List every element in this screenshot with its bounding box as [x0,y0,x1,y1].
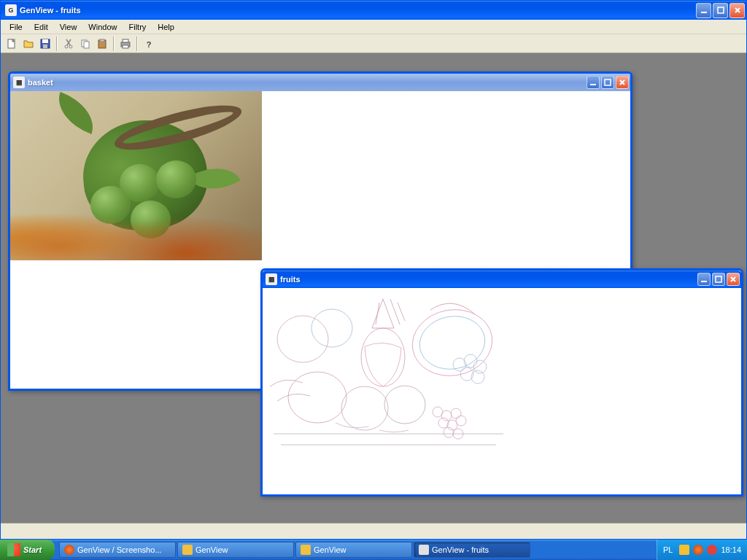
taskbar-items: GenView / Screensho... GenView GenView G… [55,540,657,560]
child-titlebar-basket[interactable]: ▦ basket [10,74,630,91]
svg-rect-17 [605,79,611,85]
taskbar: Start GenView / Screensho... GenView Gen… [0,540,747,560]
toolbar-separator [136,36,138,51]
svg-text:?: ? [147,40,152,49]
taskbar-item[interactable]: GenView [295,542,412,558]
taskbar-item-label: GenView [314,545,346,554]
svg-rect-18 [701,281,707,282]
mdi-client-area: ▦ basket [1,53,746,523]
child-maximize-button[interactable] [601,76,614,89]
app-icon: G [5,4,17,16]
copy-icon[interactable] [77,36,93,52]
system-tray: PL 18:14 [657,540,747,560]
svg-rect-5 [43,44,47,48]
document-icon: ▦ [13,77,25,88]
fruits-filtered-image [263,288,514,457]
document-icon: ▦ [266,273,277,285]
firefox-icon [64,545,74,555]
maximize-button[interactable] [713,3,728,18]
taskbar-item[interactable]: GenView [177,542,294,558]
child-title-fruits: fruits [280,275,697,284]
taskbar-item[interactable]: GenView - fruits [414,542,530,558]
toolbar: ? [1,34,746,53]
toolbar-separator [113,36,115,51]
open-file-icon[interactable] [20,36,36,52]
menu-edit[interactable]: Edit [28,21,54,33]
child-maximize-button[interactable] [712,273,725,286]
minimize-button[interactable] [696,3,711,18]
app-window: G GenView - fruits File Edit View Window… [0,0,747,540]
new-file-icon[interactable] [4,36,20,52]
child-window-fruits[interactable]: ▦ fruits [260,268,743,497]
folder-icon [182,545,193,555]
menubar: File Edit View Window Filtry Help [1,20,746,34]
svg-rect-9 [84,42,89,48]
app-icon [419,545,429,555]
folder-icon [301,545,311,555]
taskbar-item-label: GenView / Screensho... [77,545,161,554]
help-icon[interactable]: ? [141,36,157,52]
taskbar-item[interactable]: GenView / Screensho... [59,542,176,558]
security-icon[interactable] [707,545,717,555]
child-title-basket: basket [28,78,587,87]
firefox-tray-icon[interactable] [693,545,703,555]
cut-icon[interactable] [61,36,77,52]
svg-rect-16 [590,84,596,85]
language-indicator[interactable]: PL [663,545,673,554]
menu-view[interactable]: View [54,21,83,33]
print-icon[interactable] [117,36,133,52]
svg-rect-0 [701,12,707,13]
statusbar [1,523,746,539]
svg-rect-1 [718,7,724,13]
paste-icon[interactable] [94,36,110,52]
app-titlebar[interactable]: G GenView - fruits [1,1,746,20]
child-close-button[interactable] [727,273,740,286]
child-content-fruits [263,288,741,494]
svg-rect-13 [123,39,128,42]
child-titlebar-fruits[interactable]: ▦ fruits [263,271,741,288]
app-title: GenView - fruits [20,6,696,15]
menu-file[interactable]: File [4,21,28,33]
basket-image [10,91,262,260]
child-close-button[interactable] [616,76,629,89]
clock[interactable]: 18:14 [721,545,741,554]
close-button[interactable] [729,3,745,18]
taskbar-item-label: GenView - fruits [432,545,489,554]
svg-point-6 [65,45,68,48]
child-minimize-button[interactable] [697,273,711,286]
shield-icon[interactable] [679,545,689,555]
svg-rect-14 [123,45,128,48]
start-button[interactable]: Start [0,540,55,560]
menu-help[interactable]: Help [152,21,180,33]
menu-window[interactable]: Window [82,21,123,33]
save-file-icon[interactable] [37,36,53,52]
svg-rect-4 [42,39,48,43]
menu-filtry[interactable]: Filtry [123,21,152,33]
taskbar-item-label: GenView [196,545,228,554]
toolbar-separator [56,36,58,51]
child-minimize-button[interactable] [587,76,600,89]
start-label: Start [23,545,42,554]
svg-point-7 [69,45,72,48]
svg-rect-11 [100,39,104,42]
svg-rect-19 [716,276,721,282]
